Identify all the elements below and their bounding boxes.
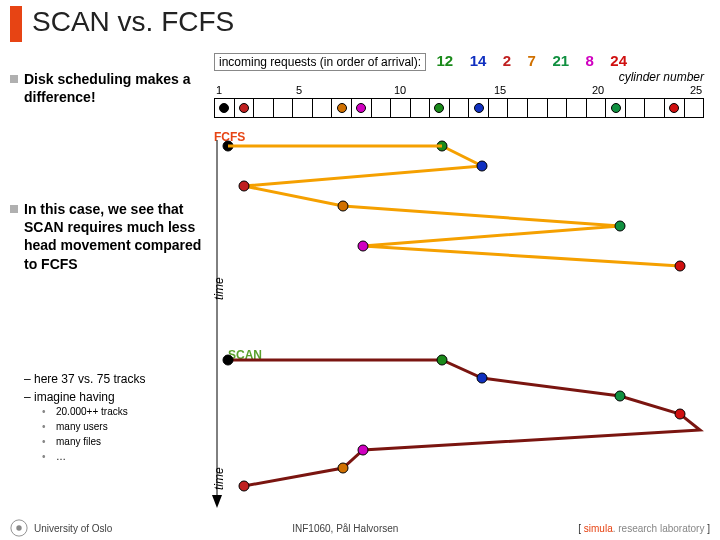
dot-14-icon [474,103,484,113]
req-14: 14 [464,52,493,69]
req-21: 21 [546,52,575,69]
requests-label: incoming requests (in order of arrival): [214,53,426,71]
sub-bullets: –here 37 vs. 75 tracks –imagine having •… [10,368,210,464]
footer-uio: University of Oslo [34,523,112,534]
sub-bullet-1: –here 37 vs. 75 tracks [24,372,210,386]
footer: University of Oslo INF1060, Pål Halvorse… [0,519,720,537]
svg-point-17 [338,463,348,473]
dot-7-icon [337,103,347,113]
sub-bullet-2-text: imagine having [34,390,115,404]
dot-12-icon [434,103,444,113]
axis-tick-1: 1 [216,84,222,96]
schedule-diagram: FCFS SCAN time time [214,130,710,510]
cylinder-number-label: cylinder number [619,70,704,84]
svg-point-5 [338,201,348,211]
bullet-1-text: Disk scheduling makes a difference! [24,70,210,106]
svg-point-15 [675,409,685,419]
footer-right: [ simula. research laboratory ] [578,523,710,534]
svg-point-8 [675,261,685,271]
subsub-2: •many users [42,419,210,434]
svg-point-18 [239,481,249,491]
req-2: 2 [497,52,517,69]
svg-point-12 [437,355,447,365]
cylinder-strip [214,98,704,118]
bullet-1-block: Disk scheduling makes a difference! [10,70,210,112]
axis-tick-20: 20 [592,84,604,96]
svg-point-20 [16,525,21,530]
req-8: 8 [580,52,600,69]
fcfs-path [214,130,714,510]
req-12: 12 [431,52,460,69]
start-dot-icon [219,103,229,113]
req-24: 24 [604,52,633,69]
bullet-2-text: In this case, we see that SCAN requires … [24,200,206,273]
subsub-3: •many files [42,434,210,449]
dot-2-icon [239,103,249,113]
dot-21-icon [611,103,621,113]
sub-bullet-2: –imagine having [24,390,210,404]
axis-tick-25: 25 [690,84,702,96]
svg-point-7 [358,241,368,251]
bullet-2-block: In this case, we see that SCAN requires … [10,200,206,279]
svg-point-16 [358,445,368,455]
svg-point-3 [477,161,487,171]
svg-point-14 [615,391,625,401]
page-title: SCAN vs. FCFS [32,6,234,38]
dot-8-icon [356,103,366,113]
dot-24-icon [669,103,679,113]
slide: SCAN vs. FCFS Disk scheduling makes a di… [0,0,720,540]
bullet-square-icon [10,205,18,213]
requests-header: incoming requests (in order of arrival):… [214,52,714,71]
axis-tick-15: 15 [494,84,506,96]
subsub-4: •… [42,449,210,464]
sub-bullet-1-text: here 37 vs. 75 tracks [34,372,145,386]
title-accent-bar [10,6,22,42]
svg-point-4 [239,181,249,191]
bullet-square-icon [10,75,18,83]
svg-point-6 [615,221,625,231]
title-bar: SCAN vs. FCFS [0,0,720,42]
req-7: 7 [522,52,542,69]
footer-center: INF1060, Pål Halvorsen [292,523,398,534]
axis-tick-10: 10 [394,84,406,96]
svg-point-11 [223,355,233,365]
subsub-1: •20.000++ tracks [42,404,210,419]
uio-logo-icon [10,519,28,537]
svg-point-13 [477,373,487,383]
axis-tick-5: 5 [296,84,302,96]
